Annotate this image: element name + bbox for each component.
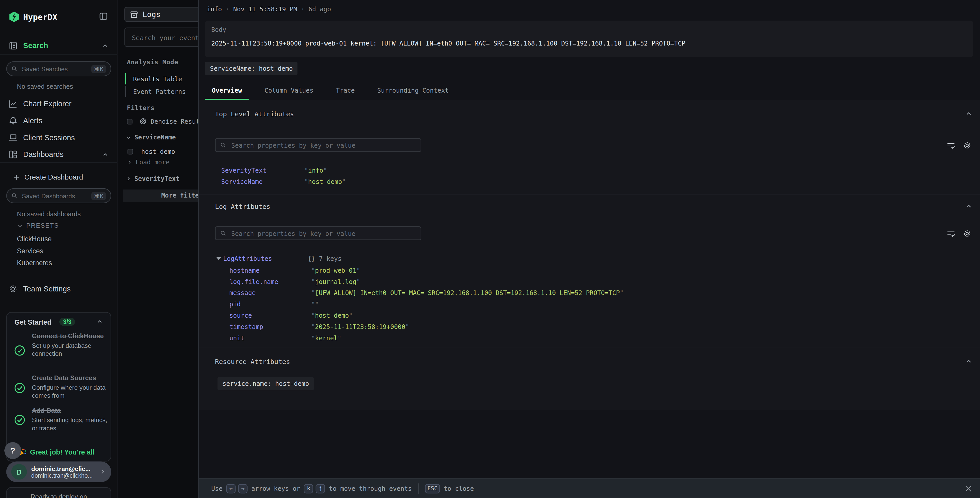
checkbox[interactable] (127, 118, 133, 124)
sidebar-item-label: Alerts (23, 116, 43, 125)
attribute-key[interactable]: timestamp (229, 323, 311, 330)
log-attributes-search-input[interactable] (230, 229, 416, 238)
section-collapse-chevron-up-icon[interactable] (965, 358, 972, 365)
no-saved-searches-text: No saved searches (17, 83, 73, 90)
analysis-mode-results-table[interactable]: Results Table (125, 73, 182, 85)
tab-surrounding-context[interactable]: Surrounding Context (371, 82, 456, 100)
saved-searches-search[interactable]: ⌘K (6, 61, 111, 76)
step-desc: Configure where your data comes from (32, 383, 108, 399)
sidebar-item-label: Search (23, 41, 48, 50)
section-collapse-chevron-up-icon[interactable] (965, 203, 972, 210)
saved-dashboards-input[interactable] (21, 192, 91, 200)
top-level-search-input[interactable] (230, 141, 416, 149)
gear-icon[interactable] (963, 230, 971, 238)
attribute-row: source "host-demo" (229, 310, 353, 321)
sidebar-item-dashboards[interactable]: Dashboards (0, 146, 118, 163)
preset-kubernetes[interactable]: Kubernetes (17, 259, 52, 266)
gear-icon[interactable] (963, 141, 971, 150)
quote: " (311, 300, 315, 307)
key-left-arrow: ← (226, 484, 235, 493)
load-more[interactable]: Load more (127, 159, 170, 166)
quote: " (311, 289, 315, 296)
create-dashboard-button[interactable]: Create Dashboard (0, 169, 118, 185)
quote: " (311, 334, 315, 341)
sidebar-item-chart-explorer[interactable]: Chart Explorer (0, 96, 118, 112)
attribute-value: journal.log (315, 278, 356, 285)
more-filters-button[interactable]: More filters (123, 190, 210, 202)
chevron-up-icon[interactable] (96, 318, 103, 325)
attribute-key[interactable]: pid (229, 300, 311, 307)
quote: " (406, 323, 409, 330)
user-name: dominic.tran@clic... (31, 465, 100, 472)
denoise-filter[interactable]: Denoise Results (127, 118, 207, 125)
sidebar-item-team-settings[interactable]: Team Settings (0, 281, 118, 297)
wrap-lines-icon[interactable] (947, 141, 955, 150)
attribute-key[interactable]: hostname (229, 267, 311, 274)
facet-value-host-demo[interactable]: host-demo (127, 148, 175, 155)
chevron-down-icon (17, 222, 23, 228)
attribute-key[interactable]: unit (229, 334, 311, 341)
get-started-step[interactable]: Create Data Sources Configure where your… (32, 374, 108, 400)
attribute-key[interactable]: SeverityText (221, 167, 304, 174)
get-started-step[interactable]: Add Data Start sending logs, metrics, or… (32, 406, 108, 432)
attribute-key[interactable]: message (229, 289, 311, 296)
get-started-card: Get Started 3/3 Connect to ClickHouse Se… (6, 312, 111, 461)
sidebar-item-alerts[interactable]: Alerts (0, 113, 118, 129)
section-collapse-chevron-up-icon[interactable] (965, 110, 972, 118)
facet-label: SeverityText (134, 175, 180, 182)
user-email: dominic.tran@clickho... (31, 472, 100, 479)
analysis-mode-event-patterns[interactable]: Event Patterns (125, 86, 186, 97)
attribute-group-row[interactable]: LogAttributes {} 7 keys (216, 252, 341, 264)
quote: " (620, 289, 624, 296)
wrap-lines-icon[interactable] (947, 230, 955, 238)
deploy-teaser-card[interactable]: Ready to deploy on (6, 487, 111, 498)
quote: " (315, 300, 319, 307)
attribute-value: host-demo (308, 178, 342, 185)
quote: " (311, 312, 315, 319)
checkbox[interactable] (127, 149, 133, 155)
divider (0, 54, 118, 55)
attribute-key[interactable]: ServiceName (221, 178, 304, 185)
event-header: info · Nov 11 5:58:19 PM · 6d ago (207, 6, 331, 13)
attribute-row: timestamp "2025-11-11T23:58:19+0000" (229, 321, 409, 332)
get-started-step[interactable]: Connect to ClickHouse Set up your databa… (32, 332, 107, 358)
tab-column-values[interactable]: Column Values (258, 82, 320, 100)
saved-dashboards-search[interactable]: ⌘K (6, 188, 111, 203)
section-title: Resource Attributes (215, 358, 290, 365)
user-menu[interactable]: D dominic.tran@clic... dominic.tran@clic… (6, 461, 111, 482)
resource-chip[interactable]: service.name: host-demo (218, 377, 314, 390)
shortcut-badge: ⌘K (91, 65, 106, 73)
plus-icon (13, 174, 20, 180)
attribute-group-key[interactable]: LogAttributes (223, 255, 272, 262)
saved-searches-input[interactable] (21, 65, 91, 73)
sidebar-item-client-sessions[interactable]: Client Sessions (0, 129, 118, 145)
chevron-up-icon (102, 42, 109, 49)
service-name-chip[interactable]: ServiceName: host-demo (205, 62, 298, 75)
sidebar-item-search[interactable]: Search (0, 38, 118, 54)
quote: " (304, 178, 308, 185)
presets-toggle[interactable]: PRESETS (17, 222, 59, 229)
attribute-value: [UFW ALLOW] IN=eth0 OUT= MAC= SRC=192.16… (315, 289, 620, 296)
check-circle-icon (14, 414, 25, 426)
close-icon[interactable] (965, 485, 972, 492)
tab-overview[interactable]: Overview (205, 82, 249, 100)
tab-trace[interactable]: Trace (329, 82, 362, 100)
footer-use-text: Use (211, 485, 223, 492)
attribute-value: prod-web-01 (315, 267, 356, 274)
preset-services[interactable]: Services (17, 247, 43, 254)
load-more-label: Load more (136, 159, 170, 166)
sidebar-collapse-button[interactable] (99, 12, 108, 21)
search-nav-icon (9, 41, 18, 50)
facet-servicename[interactable]: ServiceName (126, 134, 176, 141)
footer-close-text: to close (444, 485, 474, 492)
attribute-key[interactable]: log.file.name (229, 278, 311, 285)
top-level-search[interactable] (215, 138, 421, 152)
facet-severitytext[interactable]: SeverityText (126, 175, 180, 182)
event-age: 6d ago (309, 6, 331, 13)
search-icon (11, 193, 18, 199)
attribute-key[interactable]: source (229, 312, 311, 319)
log-attributes-search[interactable] (215, 227, 421, 240)
help-button[interactable]: ? (4, 442, 21, 459)
preset-clickhouse[interactable]: ClickHouse (17, 235, 52, 243)
dashboards-icon (9, 150, 18, 159)
